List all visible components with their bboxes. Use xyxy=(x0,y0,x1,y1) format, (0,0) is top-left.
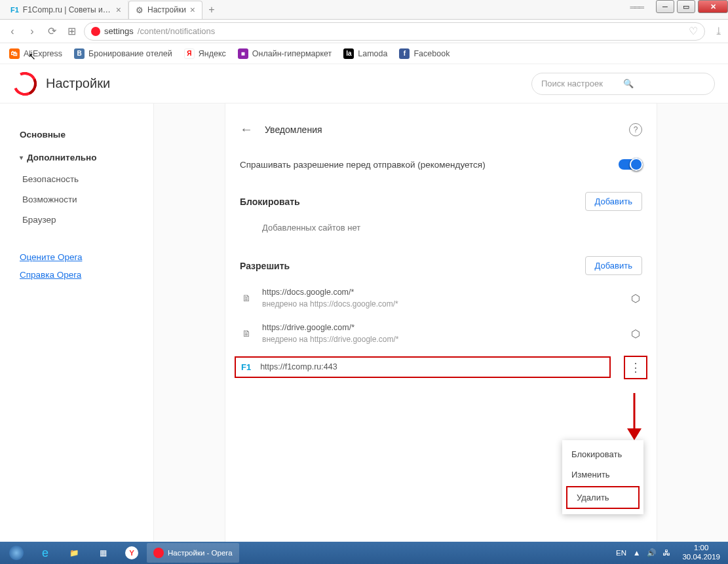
tab-title: Настройки xyxy=(147,5,186,14)
ask-permission-toggle[interactable] xyxy=(619,159,642,170)
forward-button[interactable]: › xyxy=(25,24,39,39)
address-bar[interactable]: settings/content/notifications ♡ xyxy=(84,22,705,41)
task-label: Настройки - Opera xyxy=(168,549,233,557)
start-button[interactable] xyxy=(3,543,30,563)
back-arrow-icon[interactable]: ← xyxy=(240,122,253,137)
back-button[interactable]: ‹ xyxy=(5,24,20,39)
ask-permission-row: Спрашивать разрешение перед отправкой (р… xyxy=(225,149,657,180)
downloads-icon[interactable]: ⤓ xyxy=(714,25,723,37)
bookmark-icon[interactable]: ♡ xyxy=(689,25,698,37)
close-button[interactable]: ✕ xyxy=(698,0,728,13)
site-url: https://docs.google.com/* xyxy=(262,287,620,299)
sidebar-item-basic[interactable]: Основные xyxy=(20,123,153,146)
clock-date: 30.04.2019 xyxy=(682,553,720,562)
taskbar-ie-icon[interactable]: e xyxy=(31,543,59,563)
site-url: https://drive.google.com/* xyxy=(262,322,620,334)
bookmark-booking[interactable]: BБронирование отелей xyxy=(74,48,172,59)
allow-site-row-highlighted: F1 https://f1comp.ru:443 xyxy=(235,356,611,379)
site-url: https://f1comp.ru:443 xyxy=(260,362,604,373)
block-empty-message: Добавленных сайтов нет xyxy=(225,216,657,244)
system-tray: EN ▲ 🔊 🖧 xyxy=(611,548,676,557)
bookmarks-bar: 🛍AliExpress BБронирование отелей ЯЯндекс… xyxy=(0,43,728,64)
search-icon: 🔍 xyxy=(623,79,705,88)
tab-settings[interactable]: ⚙ Настройки × xyxy=(128,1,202,19)
bookmark-hypermarket[interactable]: ■Онлайн-гипермаркет xyxy=(238,48,332,59)
gear-icon: ⚙ xyxy=(136,5,144,15)
tray-volume-icon[interactable]: 🔊 xyxy=(647,548,656,557)
sidebar-item-browser[interactable]: Браузер xyxy=(20,210,153,230)
window-grip: ═══ xyxy=(630,3,643,12)
panel-title: Уведомления xyxy=(265,124,629,135)
bookmark-aliexpress[interactable]: 🛍AliExpress xyxy=(9,48,62,59)
new-tab-button[interactable]: + xyxy=(202,4,221,16)
tab-title: F1Comp.ru | Советы и лайф xyxy=(23,5,112,14)
close-icon[interactable]: × xyxy=(116,5,121,15)
ctx-edit[interactable]: Изменить xyxy=(562,464,643,485)
minimize-button[interactable]: ─ xyxy=(656,0,674,13)
taskbar-yandex-icon[interactable]: Y xyxy=(118,543,145,563)
sidebar-link-rate[interactable]: Оцените Opera xyxy=(20,248,153,266)
maximize-button[interactable]: ▭ xyxy=(677,0,695,13)
svg-marker-1 xyxy=(627,428,642,440)
bookmark-facebook[interactable]: fFacebook xyxy=(399,48,450,59)
bookmark-lamoda[interactable]: laLamoda xyxy=(343,48,387,59)
window-controls: ─ ▭ ✕ xyxy=(656,0,728,13)
allow-heading: Разрешить xyxy=(240,261,585,271)
tray-flag-icon[interactable]: ▲ xyxy=(633,549,640,557)
clock-time: 1:00 xyxy=(682,544,720,553)
url-path: /content/notifications xyxy=(138,26,216,36)
block-add-button[interactable]: Добавить xyxy=(585,192,642,211)
toolbar: ‹ › ⟳ ⊞ settings/content/notifications ♡… xyxy=(0,20,728,43)
allow-site-row: 🗎 https://drive.google.com/* внедрено на… xyxy=(225,316,657,351)
block-heading: Блокировать xyxy=(240,197,585,207)
url-host: settings xyxy=(104,26,134,36)
sidebar-link-help[interactable]: Справка Opera xyxy=(20,266,153,284)
close-icon[interactable]: × xyxy=(190,5,195,15)
sidebar-item-features[interactable]: Возможности xyxy=(20,189,153,210)
ctx-delete[interactable]: Удалить xyxy=(566,486,640,509)
ctx-block[interactable]: Блокировать xyxy=(562,444,643,464)
lang-indicator[interactable]: EN xyxy=(616,549,626,557)
sidebar-item-advanced[interactable]: Дополнительно xyxy=(20,146,153,169)
search-placeholder: Поиск настроек xyxy=(541,79,623,88)
tab-f1comp[interactable]: F1 F1Comp.ru | Советы и лайф × xyxy=(4,1,128,19)
settings-search-input[interactable]: Поиск настроек 🔍 xyxy=(531,73,715,95)
taskbar: e 📁 ▦ Y Настройки - Opera EN ▲ 🔊 🖧 1:00 … xyxy=(0,542,728,564)
annotation-arrow-icon xyxy=(624,393,644,443)
document-icon: 🗎 xyxy=(240,291,253,305)
site-sub: внедрено на https://docs.google.com/* xyxy=(262,299,620,310)
more-menu-button[interactable]: ⋮ xyxy=(624,356,647,379)
taskbar-explorer-icon[interactable]: 📁 xyxy=(60,543,88,563)
context-menu: Блокировать Изменить Удалить xyxy=(562,440,643,514)
taskbar-totalcmd-icon[interactable]: ▦ xyxy=(89,543,117,563)
sidebar: Основные Дополнительно Безопасность Возм… xyxy=(0,103,154,542)
bookmark-yandex[interactable]: ЯЯндекс xyxy=(184,48,226,59)
tray-network-icon[interactable]: 🖧 xyxy=(662,549,670,557)
allow-add-button[interactable]: Добавить xyxy=(585,256,642,275)
document-icon: 🗎 xyxy=(240,327,253,340)
cube-icon[interactable]: ⬡ xyxy=(629,327,642,340)
site-sub: внедрено на https://drive.google.com/* xyxy=(262,334,620,345)
tab-bar: F1 F1Comp.ru | Советы и лайф × ⚙ Настрой… xyxy=(0,0,728,20)
f1-icon: F1 xyxy=(10,6,19,14)
allow-site-row: 🗎 https://docs.google.com/* внедрено на … xyxy=(225,280,657,316)
cube-icon[interactable]: ⬡ xyxy=(629,291,642,305)
f1-icon: F1 xyxy=(241,362,251,372)
help-icon[interactable]: ? xyxy=(629,123,642,136)
taskbar-task-opera[interactable]: Настройки - Opera xyxy=(147,543,239,563)
ask-permission-label: Спрашивать разрешение перед отправкой (р… xyxy=(240,160,619,170)
speed-dial-button[interactable]: ⊞ xyxy=(64,24,79,39)
opera-icon xyxy=(153,548,164,558)
taskbar-clock[interactable]: 1:00 30.04.2019 xyxy=(677,544,725,562)
sidebar-item-security[interactable]: Безопасность xyxy=(20,169,153,189)
reload-button[interactable]: ⟳ xyxy=(45,24,59,39)
opera-icon xyxy=(91,27,100,36)
page-title: Настройки xyxy=(46,76,110,91)
opera-logo-icon xyxy=(10,68,40,98)
settings-header: Настройки Поиск настроек 🔍 xyxy=(0,64,728,103)
